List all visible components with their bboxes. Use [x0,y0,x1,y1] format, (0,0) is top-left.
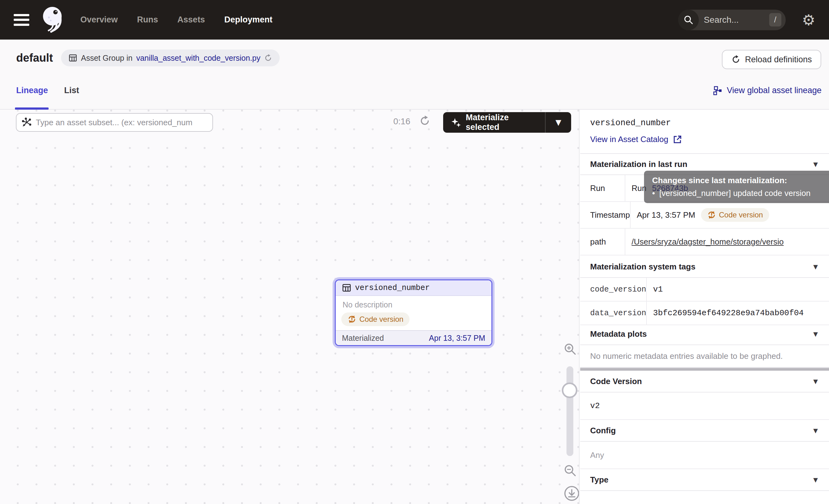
view-tabs: Lineage List [16,86,79,95]
tab-lineage[interactable]: Lineage [16,86,48,95]
asset-subset-input[interactable] [36,118,207,128]
asset-node-header: versioned_number [336,280,492,296]
reload-definitions-button[interactable]: Reload definitions [722,50,821,69]
code-version-badge-label: Code version [359,315,403,324]
chevron-down-icon: ▼ [813,476,818,483]
data-version-value: 3bfc269594ef649228e9a74bab00f04 [647,301,829,325]
top-nav: Overview Runs Assets Deployment / ⚙ [0,0,829,40]
view-global-asset-lineage-link[interactable]: View global asset lineage [713,86,822,95]
materialize-selected-main[interactable]: Materialize selected [443,113,545,132]
config-value: Any [580,442,829,469]
code-version-badge[interactable]: Code version [701,208,769,222]
materialized-status-label: Materialized [342,334,384,343]
table-icon [69,53,77,62]
materialize-selected-label: Materialize selected [466,113,538,132]
panel-asset-name: versioned_number [590,118,671,128]
external-link-icon [673,135,682,144]
zoom-slider-track[interactable] [567,366,573,456]
section-title: Config [590,426,616,435]
row-label: code_version [580,278,647,301]
section-metadata-plots[interactable]: Metadata plots ▼ [580,323,829,345]
asset-group-file-link[interactable]: vanilla_asset_with_code_version.py [136,53,260,63]
row-label: data_version [580,301,647,325]
section-title: Materialization in last run [590,159,687,169]
zoom-controls [556,340,580,504]
row-label: path [580,229,625,255]
section-code-version[interactable]: Code Version ▼ [580,371,829,393]
code-version-badge-label: Code version [719,211,763,219]
row-label: Timestamp [580,202,630,228]
lineage-graph-icon [713,86,722,95]
materialized-time-link[interactable]: Apr 13, 3:57 PM [429,334,485,343]
path-link[interactable]: /Users/sryza/dagster_home/storage/versio [632,237,784,247]
refresh-timer: 0:16 [393,116,410,127]
code-version-current-value: v2 [580,393,829,420]
code-version-value: v1 [647,278,829,301]
asset-node-versioned-number[interactable]: versioned_number No description Code ver… [335,279,492,346]
chevron-down-icon: ▼ [813,378,818,385]
refresh-icon [731,55,741,64]
code-version-badge[interactable]: Code version [341,313,409,326]
asset-node-description: No description [336,296,492,309]
search-shortcut-badge: / [769,13,781,27]
lineage-graph-canvas[interactable]: 0:16 Materialize selected ▼ versioned_nu… [0,110,580,504]
asset-group-prefix: Asset Group in [81,53,132,63]
chevron-down-icon: ▼ [813,427,818,434]
table-row-timestamp: Timestamp Apr 13, 3:57 PM Code version [580,202,829,229]
table-row-path: path /Users/sryza/dagster_home/storage/v… [580,229,829,255]
view-in-asset-catalog-label: View in Asset Catalog [590,135,668,144]
gear-icon[interactable]: ⚙ [802,12,815,27]
section-title: Type [590,475,609,485]
nav-item-deployment[interactable]: Deployment [224,15,273,25]
sparkle-icon [450,116,462,128]
table-row-code-version: code_version v1 [580,278,829,301]
chevron-down-icon: ▼ [555,118,561,127]
search-icon [678,10,699,30]
asset-details-panel: versioned_number View in Asset Catalog M… [580,110,829,504]
nav-item-assets[interactable]: Assets [178,15,205,25]
row-label: Run [580,175,625,201]
bullet-marker: • [652,188,655,198]
section-type[interactable]: Type ▼ [580,469,829,491]
asset-group-chip: Asset Group in vanilla_asset_with_code_v… [61,49,280,66]
changes-since-materialization-tooltip: Changes since last materialization: • [v… [644,171,829,203]
timestamp-value: Apr 13, 3:57 PM [637,210,695,220]
reload-definitions-label: Reload definitions [745,55,812,65]
section-title: Code Version [590,376,642,386]
nav-links: Overview Runs Assets Deployment [80,15,273,25]
page-header: default Asset Group in vanilla_asset_wit… [0,40,829,110]
chevron-down-icon: ▼ [813,330,818,337]
panel-splitter-handle[interactable] [580,367,829,371]
section-materialization-system-tags[interactable]: Materialization system tags ▼ [580,256,829,278]
view-global-asset-lineage-label: View global asset lineage [727,86,822,95]
nav-item-runs[interactable]: Runs [137,15,158,25]
global-search[interactable]: / [678,10,786,30]
zoom-out-icon[interactable] [564,464,577,477]
refresh-icon[interactable] [264,54,272,62]
dagster-logo-icon[interactable] [40,6,67,34]
refresh-icon[interactable] [419,115,430,127]
metadata-plots-empty-note: No numeric metadata entries available to… [580,345,829,367]
menu-icon[interactable] [14,14,29,26]
materialize-dropdown-button[interactable]: ▼ [545,112,571,133]
search-input[interactable] [699,15,769,25]
asset-node-name: versioned_number [355,284,430,292]
section-config[interactable]: Config ▼ [580,420,829,442]
system-tags-table: code_version v1 data_version 3bfc269594e… [580,278,829,325]
chevron-down-icon: ▼ [813,161,818,168]
active-tab-underline [15,107,48,110]
zoom-in-icon[interactable] [564,343,577,356]
materialize-selected-button[interactable]: Materialize selected ▼ [443,112,571,133]
section-title: Metadata plots [590,329,647,339]
asset-subset-filter[interactable] [16,113,213,132]
asset-graph-icon [22,117,32,128]
tab-list[interactable]: List [64,86,79,95]
tooltip-title: Changes since last materialization: [652,176,829,185]
table-row-data-version: data_version 3bfc269594ef649228e9a74bab0… [580,301,829,325]
download-image-icon[interactable] [564,485,580,502]
nav-item-overview[interactable]: Overview [80,15,118,25]
view-in-asset-catalog-link[interactable]: View in Asset Catalog [590,135,682,144]
page-title: default [16,51,53,65]
table-icon [342,283,351,292]
zoom-slider-handle[interactable] [562,383,577,398]
